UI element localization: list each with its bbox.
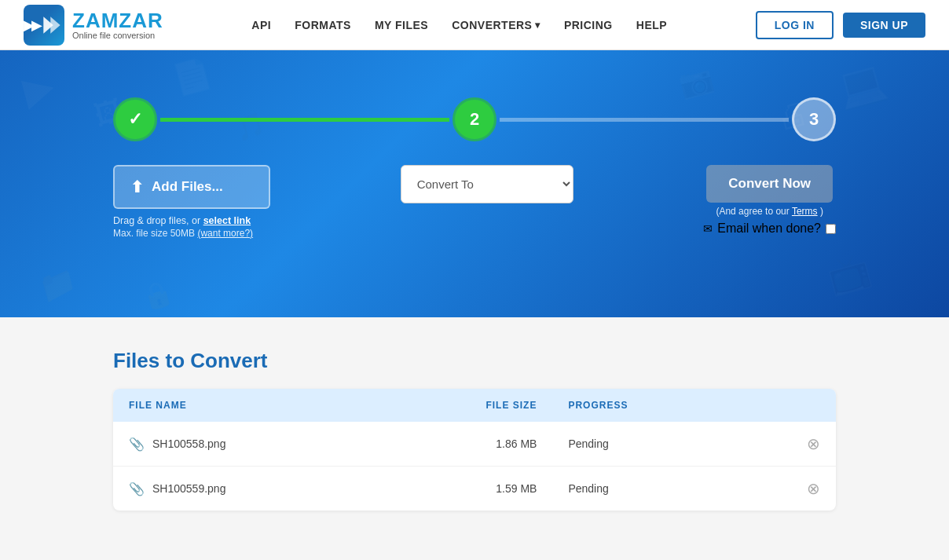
email-icon: ✉ — [703, 222, 713, 235]
steps-bar: ✓ 2 3 — [113, 97, 836, 141]
header-buttons: LOG IN SIGN UP — [756, 11, 925, 39]
progress-cell-0: Pending — [552, 422, 742, 467]
step-1: ✓ — [113, 97, 157, 141]
email-checkbox[interactable] — [826, 224, 836, 234]
svg-marker-1 — [50, 16, 60, 33]
paperclip-icon: 📎 — [129, 481, 145, 496]
col-filesize: FILE SIZE — [381, 389, 553, 422]
remove-cell-0: ⊗ — [742, 422, 836, 467]
col-progress: PROGRESS — [552, 389, 742, 422]
zamzar-logo-icon[interactable] — [24, 5, 64, 46]
brand-name: ZAMZAR — [72, 10, 163, 31]
terms-link[interactable]: Terms — [792, 206, 818, 217]
file-name-cell-0: 📎 SH100558.png — [113, 422, 381, 467]
files-section: Files to Convert FILE NAME FILE SIZE PRO… — [90, 349, 859, 511]
converter-controls: ⬆ Add Files... Drag & drop files, or sel… — [113, 165, 836, 239]
login-button[interactable]: LOG IN — [756, 11, 834, 39]
add-files-section: ⬆ Add Files... Drag & drop files, or sel… — [113, 165, 270, 239]
step-3: 3 — [792, 97, 836, 141]
email-when-done: ✉ Email when done? — [703, 221, 836, 236]
file-size-cell-0: 1.86 MB — [381, 422, 553, 467]
files-title: Files to Convert — [113, 349, 836, 373]
header: ZAMZAR Online file conversion API FORMAT… — [0, 0, 949, 50]
nav-my-files[interactable]: MY FILES — [375, 19, 428, 31]
max-size-text: Max. file size 50MB (want more?) — [113, 228, 253, 239]
file-name-cell-1: 📎 SH100559.png — [113, 467, 381, 511]
want-more-link[interactable]: (want more?) — [197, 228, 253, 239]
upload-icon: ⬆ — [130, 178, 144, 196]
terms-text: (And agree to our Terms ) — [716, 206, 823, 217]
nav-pricing[interactable]: PRICING — [564, 19, 613, 31]
drag-drop-text: Drag & drop files, or select link — [113, 215, 251, 226]
step-line-2 — [500, 118, 789, 122]
nav-help[interactable]: HELP — [636, 19, 667, 31]
add-files-button[interactable]: ⬆ Add Files... — [113, 165, 270, 209]
convert-to-section: Convert To PDF JPG PNG MP4 MP3 — [401, 165, 573, 203]
logo-text: ZAMZAR Online file conversion — [72, 10, 163, 40]
table-row: 📎 SH100558.png 1.86 MB Pending ⊗ — [113, 422, 836, 467]
paperclip-icon: 📎 — [129, 437, 145, 452]
file-size-cell-1: 1.59 MB — [381, 467, 553, 511]
remove-cell-1: ⊗ — [742, 467, 836, 511]
add-files-label: Add Files... — [152, 179, 223, 195]
step-line-1 — [160, 118, 449, 122]
signup-button[interactable]: SIGN UP — [843, 13, 925, 38]
hero-section: ▶ 🖼 📄 🎵 💻 🖨 📷 📁 🔒 📺 ✓ 2 3 ⬆ Add Files... — [0, 50, 949, 317]
nav-converters[interactable]: CONVERTERS — [452, 19, 540, 31]
email-label: Email when done? — [717, 221, 821, 236]
remove-button-0[interactable]: ⊗ — [807, 434, 820, 453]
select-link[interactable]: select link — [203, 215, 251, 226]
nav-formats[interactable]: FORMATS — [295, 19, 351, 31]
table-row: 📎 SH100559.png 1.59 MB Pending ⊗ — [113, 467, 836, 511]
convert-now-section: Convert Now (And agree to our Terms ) ✉ … — [703, 165, 836, 236]
files-table: FILE NAME FILE SIZE PROGRESS 📎 SH100558.… — [113, 389, 836, 511]
convert-to-select[interactable]: Convert To PDF JPG PNG MP4 MP3 — [401, 165, 573, 203]
table-header: FILE NAME FILE SIZE PROGRESS — [113, 389, 836, 422]
remove-button-1[interactable]: ⊗ — [807, 479, 820, 498]
col-remove — [742, 389, 836, 422]
table-body: 📎 SH100558.png 1.86 MB Pending ⊗ 📎 SH100… — [113, 422, 836, 511]
hero-content: ✓ 2 3 ⬆ Add Files... Drag & drop files, … — [90, 82, 859, 254]
file-name-1: SH100559.png — [152, 482, 225, 495]
step-2: 2 — [453, 97, 496, 141]
nav-api[interactable]: API — [251, 19, 271, 31]
files-title-highlight: Convert — [190, 349, 267, 372]
logo-area: ZAMZAR Online file conversion — [24, 5, 163, 46]
brand-tagline: Online file conversion — [72, 31, 163, 40]
main-nav: API FORMATS MY FILES CONVERTERS PRICING … — [251, 19, 667, 31]
convert-now-button[interactable]: Convert Now — [706, 165, 833, 203]
file-name-0: SH100558.png — [152, 437, 225, 450]
progress-cell-1: Pending — [552, 467, 742, 511]
col-filename: FILE NAME — [113, 389, 381, 422]
